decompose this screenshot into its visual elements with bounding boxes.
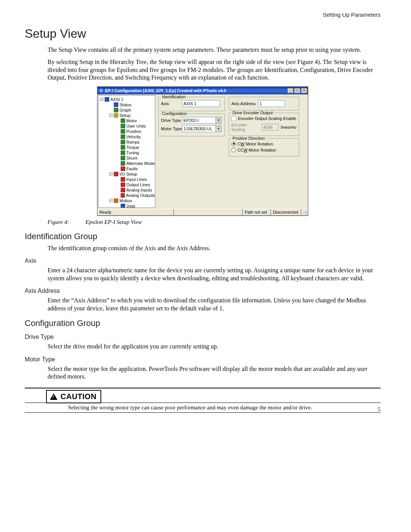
tree-item-analog-inputs[interactable]: Analog Inputs	[99, 187, 155, 193]
axis-label: Axis	[161, 101, 182, 106]
tree-item-label: Alternate Mode	[126, 161, 155, 166]
tree-item-motor[interactable]: Motor	[99, 118, 155, 123]
drive-type-label: Drive Type	[161, 118, 182, 123]
cw-label: CW Motor Rotation	[237, 142, 273, 146]
cw-motor-rotation-radio-row[interactable]: CW Motor Rotation	[231, 142, 296, 146]
axis-address-input[interactable]: 1	[258, 100, 285, 107]
figure-caption: Figure 4: Epsilon EP-I Setup View	[48, 219, 381, 225]
tree-item-input-lines[interactable]: Input Lines	[99, 177, 155, 182]
tree-item-label: Position	[126, 129, 141, 134]
tree-item-ramps[interactable]: Ramps	[99, 139, 155, 145]
tree-item-label: Shunt	[126, 155, 137, 161]
tree-item-label: User Units	[126, 123, 146, 129]
tree-item-io-setup[interactable]: −I/O Setup	[99, 171, 155, 177]
tree-item-jogs[interactable]: Jogs	[99, 203, 155, 208]
status-ready: Ready	[97, 209, 174, 216]
tree-item-torque[interactable]: Torque	[99, 145, 155, 150]
encoder-scaling-units: lines/rev	[281, 125, 296, 129]
tree-root[interactable]: −AXIS 1	[99, 97, 155, 102]
tree-item-analog-outputs[interactable]: Analog Outputs	[99, 193, 155, 198]
status-path: Path not set	[242, 209, 271, 216]
tree-item-label: Input Lines	[126, 177, 147, 182]
maximize-button[interactable]: □	[294, 88, 300, 93]
group-title: Drive Encoder Output	[231, 110, 274, 115]
motor-type-value: 115EZB300-UL	[182, 125, 215, 132]
axis-address-body: Enter the “Axis Address” to which you wi…	[48, 297, 381, 312]
tree-item-setup[interactable]: −Setup	[99, 113, 155, 118]
motor-type-body: Select the motor type for the applicatio…	[48, 365, 381, 381]
tree-item-label: Motor	[126, 118, 137, 123]
close-button[interactable]: ×	[301, 88, 307, 93]
drive-type-body: Select the drive model for the applicati…	[48, 343, 381, 350]
tree-item-label: Setup	[119, 113, 131, 118]
radio-ccw[interactable]	[231, 148, 236, 152]
motor-type-label: Motor Type	[161, 126, 182, 131]
drive-type-select[interactable]: EP202-I ▾	[182, 117, 221, 124]
axis-address-label: Axis Address	[231, 101, 258, 106]
heading-axis: Axis	[25, 257, 381, 264]
header-right: Setting Up Parameters	[323, 11, 381, 18]
axis-input[interactable]: AXIS 1	[182, 100, 220, 107]
tree-item-label: Velocity	[126, 134, 141, 139]
app-icon	[99, 88, 104, 93]
ccw-motor-rotation-radio-row[interactable]: CCW Motor Rotation	[231, 148, 296, 152]
axis-body: Enter a 24 character alpha/numeric name …	[48, 267, 381, 282]
tree-item-label: Graph	[119, 107, 131, 113]
motor-type-select[interactable]: 115EZB300-UL ▾	[182, 125, 221, 132]
tree-item-label: Output Lines	[126, 182, 150, 187]
tree-item-label: Ramps	[126, 139, 140, 145]
tree-item-label: Tuning	[126, 150, 139, 155]
group-identification-right: . Axis Address 1	[229, 97, 299, 110]
tree-item-position[interactable]: Position	[99, 129, 155, 134]
group-positive-direction: Positive Direction CW Motor Rotation CCW…	[229, 138, 299, 157]
tree-item-user-units[interactable]: User Units	[99, 123, 155, 129]
tree-item-label: Analog Outputs	[126, 193, 155, 198]
group-drive-encoder-output: Drive Encoder Output Encoder Output Scal…	[229, 113, 299, 136]
tree-item-motion[interactable]: −Motion	[99, 198, 155, 203]
drive-type-value: EP202-I	[182, 117, 215, 124]
tree-item-label: Jogs	[126, 203, 135, 208]
tree-pane[interactable]: −AXIS 1 Status Graph −Setup Motor User U…	[98, 95, 155, 208]
tree-item-label: Faults	[126, 166, 138, 171]
warning-triangle-icon	[50, 393, 57, 400]
heading-configuration-group: Configuration Group	[25, 318, 381, 328]
tree-item-label: Torque	[126, 145, 139, 150]
tree-item-label: Motion	[119, 198, 132, 203]
tree-item-label: I/O Setup	[119, 171, 137, 177]
tree-item-label: Analog Inputs	[126, 187, 152, 193]
tree-item-alternate-mode[interactable]: Alternate Mode	[99, 161, 155, 166]
app-window: EP-I Configuration [AXIS_EPI_1.Ep] Creat…	[97, 86, 308, 216]
intro-paragraph-2: By selecting Setup in the Hierarchy Tree…	[48, 58, 381, 81]
tree-item-status[interactable]: Status	[99, 102, 155, 107]
group-configuration: Configuration Drive Type EP202-I ▾	[158, 113, 225, 136]
caution-box: CAUTION	[46, 390, 101, 403]
title-bar[interactable]: EP-I Configuration [AXIS_EPI_1.Ep] Creat…	[97, 87, 308, 94]
status-mid	[174, 209, 242, 216]
tree-root-label: AXIS 1	[110, 97, 123, 102]
resize-grip-icon[interactable]	[301, 209, 308, 216]
figure-caption-text: Epsilon EP-I Setup View	[86, 219, 142, 225]
dropdown-icon[interactable]: ▾	[215, 117, 221, 124]
page-number: 5	[378, 406, 381, 413]
radio-cw[interactable]	[231, 142, 236, 146]
heading-identification-group: Identification Group	[25, 232, 381, 241]
form-pane: Identification Axis AXIS 1 Configuration…	[156, 95, 307, 208]
group-title: Identification	[161, 94, 187, 99]
tree-item-shunt[interactable]: Shunt	[99, 155, 155, 161]
encoder-output-scaling-enable-checkbox[interactable]	[231, 116, 236, 121]
caution-label: CAUTION	[61, 392, 97, 401]
tree-item-tuning[interactable]: Tuning	[99, 150, 155, 155]
window-title: EP-I Configuration [AXIS_EPI_1.Ep] Creat…	[105, 88, 287, 93]
minimize-button[interactable]: _	[287, 88, 293, 93]
ccw-label: CCW Motor Rotation	[237, 148, 276, 152]
encoder-output-scaling-enable-label: Encoder Output Scaling Enable	[238, 116, 296, 121]
tree-item-label: Status	[119, 102, 131, 107]
encoder-scaling-label: Encoder Scaling	[231, 123, 262, 132]
tree-item-graph[interactable]: Graph	[99, 107, 155, 113]
identification-group-body: The identification group consists of the…	[48, 244, 381, 252]
tree-item-output-lines[interactable]: Output Lines	[99, 182, 155, 187]
group-title: Positive Direction	[231, 136, 266, 141]
tree-item-velocity[interactable]: Velocity	[99, 134, 155, 139]
tree-item-faults[interactable]: Faults	[99, 166, 155, 171]
dropdown-icon[interactable]: ▾	[215, 125, 221, 132]
